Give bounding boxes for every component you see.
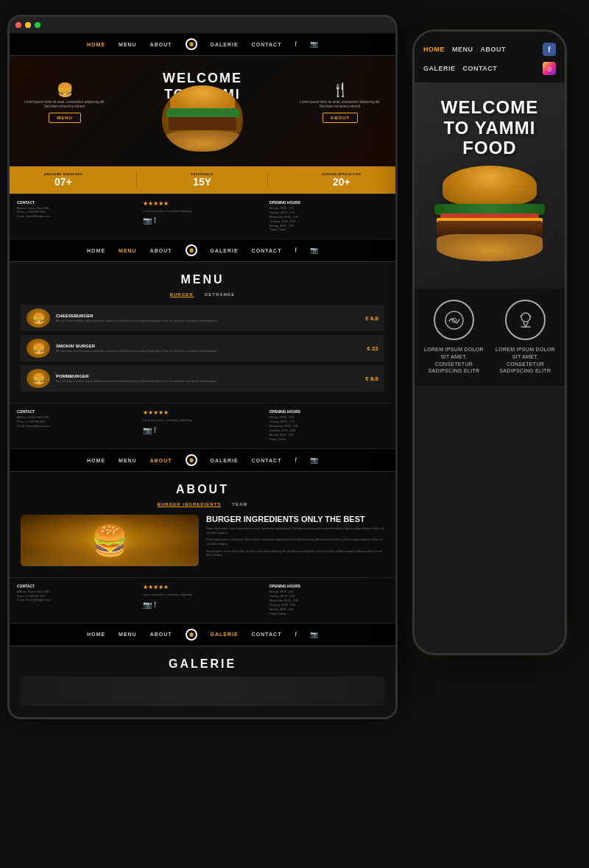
footer-opening-title-1: Opening Hours [269, 200, 388, 205]
instagram-icon-nav4[interactable]: 📷 [310, 631, 318, 638]
hero-section-1: WELCOME TO YAMMI FOOD 🍔 Lorem ipsum dolo… [10, 56, 395, 166]
footer-address: Address: Yammi Street, 890 Phone: +1 345… [17, 207, 135, 219]
dot-yellow [25, 22, 31, 28]
facebook-icon-nav3[interactable]: f [294, 456, 297, 464]
tab-getranke[interactable]: GETRÄNKE [205, 292, 236, 297]
nav3-contact[interactable]: CONTACT [252, 458, 282, 463]
menu-item-2: 🍔 SMOKIN' BURGER We can't think of a bet… [21, 335, 384, 361]
hero-col-right: 🍴 Lorem ipsum dolor sit amet, consectetu… [300, 82, 381, 124]
dot-red [15, 22, 21, 28]
about-right-col: Burger ingredients only the best Vegan r… [206, 515, 384, 558]
menu-item-price-1: € 6.8 [365, 315, 378, 322]
tab-team[interactable]: TEAM [232, 502, 247, 507]
hero-burger-image [162, 85, 243, 152]
about-button[interactable]: ABOUT [322, 113, 358, 123]
hero-col-right-text: Lorem ipsum dolor sit amet, consectetur … [300, 100, 381, 110]
nav-contact[interactable]: CONTACT [252, 42, 282, 47]
star-rating-2: ★★★★★ [143, 409, 261, 416]
nav2-home[interactable]: HOME [87, 248, 105, 253]
phone-feature-2: LOREM IPSUM DOLOR SIT AMET, CONSETETUR S… [493, 300, 557, 375]
nav4-menu[interactable]: MENU [119, 632, 137, 637]
nav4-galerie[interactable]: GALERIE [211, 632, 239, 637]
hero-col-left: 🍔 Lorem ipsum dolor sit amet, consectetu… [24, 82, 105, 124]
stat-divider-1 [136, 172, 137, 188]
phone-nav-row-1: HOME MENU ABOUT f [423, 43, 556, 56]
facebook-icon-nav2[interactable]: f [294, 247, 297, 254]
phone-patty [437, 221, 543, 236]
nav2-galerie[interactable]: GALERIE [211, 248, 239, 253]
phone-feature-text-2: LOREM IPSUM DOLOR SIT AMET, CONSETETUR S… [493, 346, 557, 375]
phone-nav-contact[interactable]: CONTACT [463, 65, 498, 72]
menu-item-name-1: CHEESEBURGER [56, 314, 218, 318]
phone-mockup: HOME MENU ABOUT f GALERIE CONTACT ◎ WELC… [412, 29, 567, 655]
tab-ingredients[interactable]: BURGER INGREDIENTS [158, 502, 222, 507]
nav4-home[interactable]: HOME [87, 632, 105, 637]
nav2-contact[interactable]: CONTACT [252, 248, 282, 253]
footer-social-icons-1[interactable]: 📷 f [143, 216, 261, 225]
footer-opening-hours-2: Monday: 08:00 - 2:00 Tuesday: 08:00 - 2:… [269, 416, 388, 442]
footer-rating-3: ★★★★★ Lorem ipsum dolor, consectetur adi… [143, 584, 261, 617]
nav-menu[interactable]: MENU [119, 42, 137, 47]
star-rating-1: ★★★★★ [143, 200, 261, 207]
nav3-about[interactable]: ABOUT [150, 458, 172, 463]
facebook-icon-nav[interactable]: f [294, 40, 297, 48]
nav3-home[interactable]: HOME [87, 458, 105, 463]
footer-strip-1: Contact Address: Yammi Street, 890 Phone… [10, 194, 395, 239]
phone-nav-galerie[interactable]: GALERIE [423, 65, 456, 72]
phone-burger-visual [431, 166, 549, 261]
burger-visual [162, 85, 243, 152]
instagram-icon-nav3[interactable]: 📷 [310, 456, 318, 464]
footer-social-icons-3[interactable]: 📷 f [143, 601, 261, 609]
phone-nav-home[interactable]: HOME [423, 46, 445, 53]
laptop-nav-3: HOME MENU ABOUT 🍔 GALERIE CONTACT f 📷 [10, 449, 395, 472]
phone-nav-menu[interactable]: MENU [452, 46, 473, 53]
nav3-galerie[interactable]: GALERIE [211, 458, 239, 463]
menu-item-info-2: SMOKIN' BURGER We can't think of a bette… [56, 344, 218, 353]
phone-feature-icon-1 [434, 300, 474, 340]
footer-contact-2: Contact Address: Yammi Street, 890 Phone… [17, 409, 135, 442]
nav2-about[interactable]: ABOUT [150, 248, 172, 253]
footer-opening-2: Opening Hours Monday: 08:00 - 2:00 Tuesd… [269, 409, 388, 442]
galerie-section: GALERIE [10, 646, 395, 717]
footer-opening-3: Opening Hours Monday: 08:00 - 2:00 Tuesd… [269, 584, 388, 617]
menu-item-desc-3: We can't think of a better way to celebr… [56, 380, 218, 384]
menu-button[interactable]: MENU [49, 113, 81, 123]
nav4-contact[interactable]: CONTACT [252, 632, 282, 637]
phone-features: LOREM IPSUM DOLOR SIT AMET, CONSETETUR S… [415, 289, 565, 386]
tab-burger[interactable]: BURGER [170, 292, 194, 297]
about-content: 🍔 Burger ingredients only the best Vegan… [21, 515, 384, 566]
dot-green [35, 22, 40, 28]
footer-opening-hours-3: Monday: 08:00 - 2:00 Tuesday: 08:00 - 2:… [269, 590, 388, 617]
nav2-menu[interactable]: MENU [119, 248, 137, 253]
phone-burger-image [431, 166, 549, 261]
footer-contact-title: Contact [17, 200, 135, 205]
menu-item-1: 🍔 CHEESEBURGER We can't think of a bette… [21, 305, 384, 331]
phone-bun-top [442, 166, 537, 206]
nav4-about[interactable]: ABOUT [150, 632, 172, 637]
page-wrapper: HOME MENU ABOUT 🍔 GALERIE CONTACT f 📷 WE… [0, 0, 589, 868]
phone-feature-text-1: LOREM IPSUM DOLOR SIT AMET, CONSETETUR S… [422, 346, 486, 375]
instagram-icon-nav2[interactable]: 📷 [310, 247, 318, 254]
nav-about[interactable]: ABOUT [150, 42, 172, 47]
instagram-icon-nav[interactable]: 📷 [310, 40, 318, 48]
menu-section-title: MENU [21, 273, 384, 286]
menu-item-name-2: SMOKIN' BURGER [56, 344, 218, 348]
nav3-menu[interactable]: MENU [119, 458, 137, 463]
footer-social-icons-2[interactable]: 📷 f [143, 426, 261, 434]
facebook-icon-nav4[interactable]: f [294, 631, 297, 638]
nav-galerie[interactable]: GALERIE [211, 42, 239, 47]
laptop-screen: HOME MENU ABOUT 🍔 GALERIE CONTACT f 📷 WE… [10, 33, 395, 717]
phone-instagram-icon[interactable]: ◎ [543, 62, 556, 75]
patty [169, 117, 236, 130]
footer-strip-2: Contact Address: Yammi Street, 890 Phone… [10, 403, 395, 448]
nav4-logo: 🍔 [186, 629, 197, 641]
nav-logo: 🍔 [186, 38, 197, 50]
phone-nav-row-2: GALERIE CONTACT ◎ [423, 62, 556, 75]
nav-home[interactable]: HOME [87, 42, 105, 47]
footer-address-2: Address: Yammi Street, 890 Phone: +1 345… [17, 416, 135, 428]
menu-item-name-3: POMMBURGER [56, 374, 218, 378]
phone-facebook-icon[interactable]: f [543, 43, 556, 56]
phone-nav-about[interactable]: ABOUT [481, 46, 507, 53]
menu-item-img-3: 🍔 [27, 369, 50, 388]
footer-rating-text-2: Lorem ipsum dolor, consectetur adipiscin… [143, 419, 261, 423]
